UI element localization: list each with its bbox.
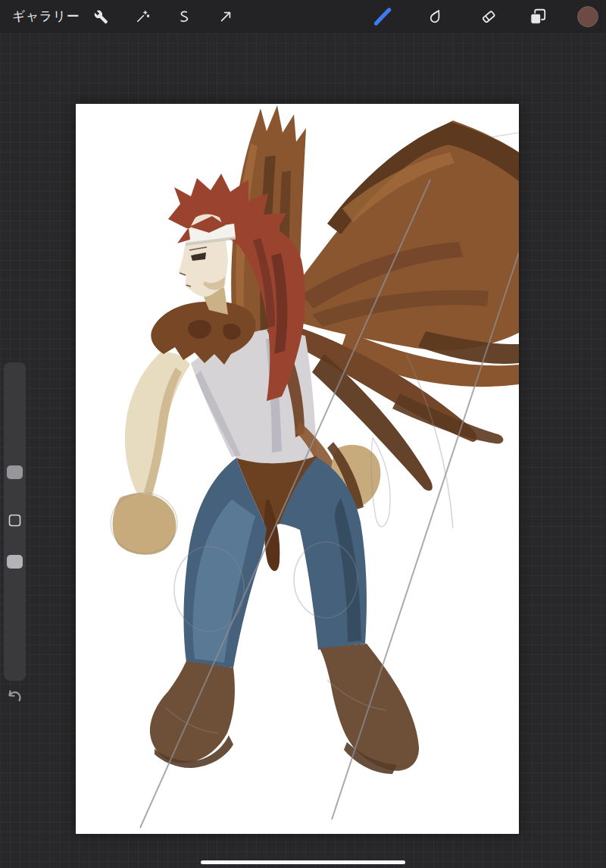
smudge-tool-button[interactable] <box>423 5 448 29</box>
selection-button[interactable] <box>172 5 196 29</box>
artwork-painting <box>76 104 519 834</box>
magic-wand-icon <box>135 9 150 24</box>
canvas[interactable] <box>76 104 519 834</box>
brush-size-handle[interactable] <box>7 465 23 479</box>
undo-arrow-icon <box>5 688 23 707</box>
transform-arrow-icon <box>218 9 233 24</box>
erase-tool-button[interactable] <box>476 5 501 29</box>
brush-opacity-handle[interactable] <box>7 555 23 569</box>
color-button[interactable] <box>576 5 599 28</box>
smudge-drop-icon <box>426 8 445 26</box>
gallery-button[interactable]: ギャラリー <box>12 0 80 33</box>
paint-tool-button[interactable] <box>370 5 395 29</box>
top-toolbar: ギャラリー <box>0 0 606 33</box>
right-wing-trailing-feather3 <box>392 393 503 443</box>
layers-button[interactable] <box>526 5 550 29</box>
actions-button[interactable] <box>89 5 113 29</box>
selection-s-icon <box>176 9 192 24</box>
modify-button[interactable] <box>8 513 22 528</box>
brush-size-slider[interactable] <box>4 362 26 511</box>
eraser-icon <box>479 8 498 26</box>
layers-icon <box>528 7 548 27</box>
transform-button[interactable] <box>214 5 238 29</box>
undo-button[interactable] <box>5 688 24 708</box>
home-indicator[interactable] <box>201 860 405 864</box>
wrench-icon <box>94 10 108 24</box>
left-arm <box>125 353 190 500</box>
app-screen: ギャラリー <box>0 0 606 868</box>
workspace <box>0 33 606 868</box>
color-swatch-circle <box>576 5 599 28</box>
adjustments-button[interactable] <box>130 5 155 29</box>
brush-stroke-icon <box>371 5 394 28</box>
brush-sidebar <box>4 362 26 681</box>
modify-square-icon <box>8 514 21 527</box>
brush-opacity-slider[interactable] <box>4 529 26 681</box>
